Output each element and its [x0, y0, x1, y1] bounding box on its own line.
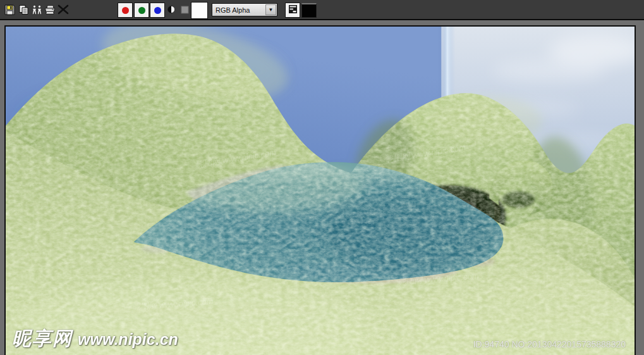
clear-image-button[interactable]: [56, 2, 71, 17]
chevron-down-icon: ▼: [265, 4, 276, 15]
pixel-color-swatch[interactable]: [191, 2, 208, 19]
alpha-channel-icon: [181, 6, 189, 14]
window-icon: [288, 4, 298, 16]
background-color-swatch[interactable]: [301, 3, 317, 18]
x-icon: [58, 4, 69, 15]
printer-icon: [44, 4, 56, 15]
red-channel-button[interactable]: [118, 3, 133, 18]
toggle-ui-button[interactable]: [285, 3, 300, 18]
floppy-icon: [4, 4, 15, 15]
green-channel-icon: [138, 7, 145, 14]
blue-channel-button[interactable]: [150, 3, 165, 18]
monochrome-icon: [167, 5, 176, 14]
display-channel-value: RGB Alpha: [212, 6, 265, 14]
render-toolbar: RGB Alpha ▼: [0, 0, 644, 20]
save-image-button[interactable]: [2, 2, 17, 17]
display-channel-dropdown[interactable]: RGB Alpha ▼: [212, 3, 277, 16]
copy-pages-icon: [18, 4, 29, 15]
red-channel-icon: [122, 7, 129, 14]
rendered-frame-window: RGB Alpha ▼: [0, 0, 644, 355]
alpha-channel-button[interactable]: [177, 2, 192, 17]
blue-channel-icon: [154, 7, 161, 14]
green-channel-button[interactable]: [134, 3, 149, 18]
render-canvas[interactable]: 昵图网 www.nipic.com 昵图网 www.nipic.com 昵图网 …: [4, 25, 636, 355]
terrain-render: [6, 27, 635, 355]
clone-figures-icon: [31, 4, 43, 15]
frame-border: 昵图网 www.nipic.com 昵图网 www.nipic.com 昵图网 …: [0, 20, 644, 355]
